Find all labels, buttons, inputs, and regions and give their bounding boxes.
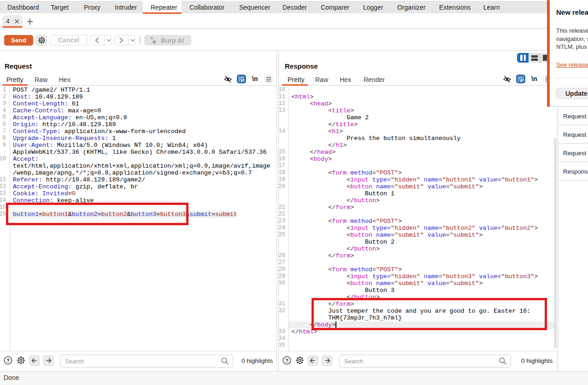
svg-text:?: ? xyxy=(285,358,288,363)
svg-text:?: ? xyxy=(6,358,10,363)
